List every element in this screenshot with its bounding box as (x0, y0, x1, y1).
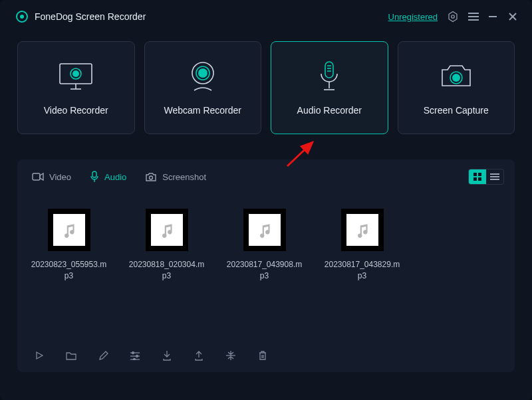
folder-icon (66, 351, 76, 360)
recordings-panel: Video Audio Screenshot (17, 159, 515, 372)
svg-point-11 (198, 68, 207, 78)
hamburger-menu-icon[interactable] (468, 13, 479, 21)
file-grid: 20230823_055953.mp3 20230818_020304.mp3 … (17, 190, 515, 348)
file-name: 20230823_055953.mp3 (31, 259, 107, 282)
pencil-icon (98, 351, 108, 361)
feature-cards: Video Recorder Webcam Recorder (0, 33, 532, 134)
file-thumbnail (341, 209, 384, 251)
file-name: 20230818_020304.mp3 (128, 259, 205, 282)
tab-audio[interactable]: Audio (90, 171, 126, 183)
svg-point-19 (452, 74, 460, 82)
titlebar-right: Unregistered (388, 11, 519, 23)
grid-icon (473, 173, 481, 181)
app-window: FoneDog Screen Recorder Unregistered (0, 0, 532, 400)
file-item[interactable]: 20230818_020304.mp3 (128, 209, 205, 342)
camera-icon (438, 60, 474, 93)
card-label: Webcam Recorder (164, 105, 241, 116)
svg-rect-26 (473, 173, 477, 176)
open-folder-button[interactable] (64, 348, 78, 363)
view-toggle (468, 169, 504, 185)
download-icon (162, 350, 172, 361)
music-note-icon (256, 221, 273, 239)
tab-label: Audio (104, 172, 126, 182)
music-note-icon (158, 221, 176, 239)
upload-icon (194, 350, 203, 361)
file-item[interactable]: 20230817_043829.mp3 (324, 209, 400, 342)
video-camera-icon (32, 172, 44, 181)
svg-point-1 (452, 15, 455, 19)
edit-button[interactable] (96, 348, 110, 363)
music-note-icon (61, 221, 78, 239)
svg-rect-27 (478, 173, 481, 176)
svg-rect-13 (325, 62, 333, 78)
screen-capture-card[interactable]: Screen Capture (398, 41, 515, 134)
svg-point-37 (136, 355, 138, 357)
list-icon (490, 173, 499, 181)
card-label: Screen Capture (424, 105, 489, 116)
svg-point-25 (150, 176, 153, 179)
card-label: Video Recorder (44, 105, 108, 116)
svg-rect-29 (478, 177, 481, 181)
import-button[interactable] (160, 348, 174, 363)
play-icon (35, 351, 44, 360)
sliders-icon (130, 351, 140, 360)
trash-icon (258, 350, 267, 361)
webcam-recorder-card[interactable]: Webcam Recorder (144, 41, 262, 134)
video-recorder-card[interactable]: Video Recorder (17, 41, 135, 134)
audio-recorder-card[interactable]: Audio Recorder (271, 41, 388, 134)
tab-screenshot[interactable]: Screenshot (145, 172, 206, 182)
list-view-button[interactable] (486, 169, 503, 184)
svg-rect-28 (473, 177, 477, 181)
svg-point-35 (132, 352, 134, 354)
file-toolbar (17, 348, 515, 372)
card-label: Audio Recorder (297, 105, 362, 116)
microphone-icon (316, 60, 342, 93)
app-title: FoneDog Screen Recorder (35, 11, 146, 22)
file-name: 20230817_043908.mp3 (226, 259, 303, 282)
monitor-icon (57, 60, 94, 93)
svg-marker-33 (37, 352, 43, 359)
file-name: 20230817_043829.mp3 (324, 259, 400, 282)
settings-icon[interactable] (447, 11, 459, 23)
grid-view-button[interactable] (469, 169, 486, 184)
tab-video[interactable]: Video (32, 172, 71, 182)
export-button[interactable] (192, 348, 206, 363)
svg-rect-22 (33, 173, 40, 180)
tab-label: Video (49, 172, 71, 182)
svg-point-39 (134, 359, 136, 361)
webcam-icon (188, 60, 218, 93)
app-logo-icon (16, 11, 28, 23)
camera-small-icon (145, 172, 157, 182)
titlebar: FoneDog Screen Recorder Unregistered (0, 0, 532, 33)
cut-icon (225, 350, 236, 361)
tabs-row: Video Audio Screenshot (17, 159, 515, 190)
titlebar-left: FoneDog Screen Recorder (16, 11, 146, 23)
svg-point-8 (72, 70, 79, 77)
file-thumbnail (146, 209, 188, 251)
trim-button[interactable] (223, 348, 238, 363)
file-thumbnail (48, 209, 90, 251)
microphone-small-icon (90, 171, 99, 183)
svg-rect-23 (92, 171, 96, 177)
minimize-button[interactable] (488, 12, 499, 21)
unregistered-link[interactable]: Unregistered (388, 12, 438, 22)
play-button[interactable] (32, 348, 47, 363)
svg-marker-0 (449, 12, 457, 22)
file-item[interactable]: 20230817_043908.mp3 (226, 209, 303, 342)
file-thumbnail (243, 209, 286, 251)
tabs: Video Audio Screenshot (32, 171, 206, 183)
close-button[interactable] (508, 12, 519, 21)
tab-label: Screenshot (162, 172, 206, 182)
delete-button[interactable] (255, 348, 270, 363)
music-note-icon (354, 221, 371, 239)
settings-sliders-button[interactable] (128, 348, 142, 363)
file-item[interactable]: 20230823_055953.mp3 (31, 209, 107, 342)
